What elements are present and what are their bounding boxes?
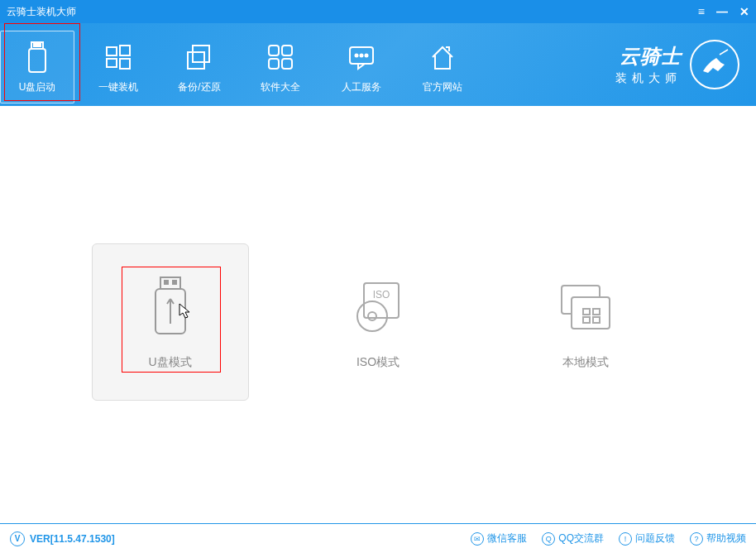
nav-label: 人工服务 [342,80,381,94]
qq-icon: Q [542,532,555,546]
svg-rect-8 [193,46,209,62]
version-text: VER[11.5.47.1530] [30,533,115,545]
nav-official-website[interactable]: 官方网站 [405,31,480,103]
svg-text:ISO: ISO [373,289,390,301]
help-icon: ? [690,532,703,546]
brand-text: 云骑士 装机大师 [615,43,682,86]
svg-rect-12 [269,59,279,69]
mode-label: ISO模式 [356,355,400,370]
footer-feedback[interactable]: ! 问题反馈 [619,531,675,546]
close-button[interactable]: ✕ [739,5,749,18]
window-title: 云骑士装机大师 [7,5,76,19]
svg-point-25 [357,301,387,331]
minimize-button[interactable]: — [716,5,728,18]
svg-rect-19 [160,277,180,289]
nav-label: 官方网站 [423,80,462,94]
titlebar: 云骑士装机大师 ≡ — ✕ [0,0,756,23]
chat-icon [345,41,378,74]
menu-button[interactable]: ≡ [698,5,705,18]
svg-point-17 [366,54,368,56]
mode-label: 本地模式 [562,355,609,370]
nav-label: 一键装机 [98,80,138,94]
svg-rect-6 [107,59,117,67]
feedback-icon: ! [619,532,632,546]
svg-rect-1 [34,44,36,46]
svg-rect-4 [107,47,117,55]
svg-point-15 [356,54,358,56]
svg-rect-20 [165,281,168,284]
version-icon: V [10,531,25,546]
main-content: U盘模式 ISO ISO模式 [0,106,756,523]
usb-large-icon [137,274,203,340]
wechat-icon: ✉ [471,532,484,546]
windows-icon [102,41,135,74]
nav-list: U盘启动 一键装机 备份/还原 [0,23,480,106]
nav-backup-restore[interactable]: 备份/还原 [162,31,237,103]
version-info: V VER[11.5.47.1530] [10,531,115,546]
brand: 云骑士 装机大师 [615,40,739,89]
footer-link-label: QQ交流群 [558,531,604,546]
local-icon [553,274,619,340]
mode-usb[interactable]: U盘模式 [92,243,249,401]
footer-link-label: 微信客服 [487,531,527,546]
footer-link-label: 问题反馈 [635,531,675,546]
svg-rect-11 [282,46,292,55]
footer-links: ✉ 微信客服 Q QQ交流群 ! 问题反馈 ? 帮助视频 [471,531,746,546]
mode-local[interactable]: 本地模式 [507,243,664,401]
svg-rect-2 [38,44,41,46]
footer-wechat[interactable]: ✉ 微信客服 [471,531,527,546]
nav-human-service[interactable]: 人工服务 [324,31,399,103]
nav-software-all[interactable]: 软件大全 [243,31,318,103]
mode-cards: U盘模式 ISO ISO模式 [0,243,756,401]
nav-one-click-install[interactable]: 一键装机 [81,31,156,103]
svg-rect-3 [29,49,45,72]
nav-label: 软件大全 [261,80,300,94]
mode-iso[interactable]: ISO ISO模式 [299,243,457,401]
footer: V VER[11.5.47.1530] ✉ 微信客服 Q QQ交流群 ! 问题反… [0,523,756,553]
brand-subtitle: 装机大师 [615,71,682,86]
home-icon [426,41,459,74]
svg-rect-7 [120,59,130,69]
nav-usb-boot[interactable]: U盘启动 [0,31,74,103]
brand-name: 云骑士 [620,43,682,70]
iso-icon: ISO [345,274,411,340]
nav-label: U盘启动 [19,80,56,94]
header-nav: U盘启动 一键装机 备份/还原 [0,23,756,106]
footer-qq[interactable]: Q QQ交流群 [542,531,604,546]
footer-link-label: 帮助视频 [706,531,746,546]
apps-icon [264,41,297,74]
copy-icon [183,41,216,74]
svg-point-26 [368,312,376,320]
footer-help[interactable]: ? 帮助视频 [690,531,746,546]
svg-rect-13 [282,59,292,69]
svg-rect-9 [188,52,204,69]
usb-icon [21,41,54,74]
brand-logo-icon [690,40,739,89]
window-controls: ≡ — ✕ [698,5,749,18]
mode-label: U盘模式 [149,355,192,370]
svg-point-16 [361,54,363,56]
svg-rect-5 [120,46,130,55]
svg-line-18 [720,50,728,55]
svg-rect-10 [269,46,279,55]
nav-label: 备份/还原 [178,80,220,94]
svg-rect-21 [173,281,176,284]
